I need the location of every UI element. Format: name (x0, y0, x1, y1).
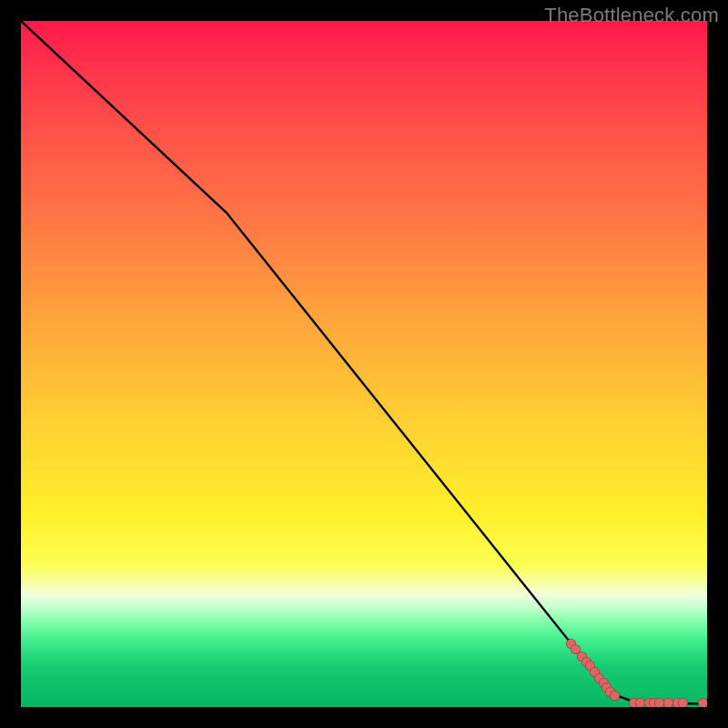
chart-stage: TheBottleneck.com (0, 0, 728, 728)
plot-area (21, 21, 707, 707)
bottleneck-curve (21, 21, 707, 703)
data-point (678, 698, 688, 707)
attribution-watermark: TheBottleneck.com (544, 4, 719, 27)
data-point (663, 698, 673, 707)
curve-layer (21, 21, 707, 707)
data-point (698, 698, 707, 707)
